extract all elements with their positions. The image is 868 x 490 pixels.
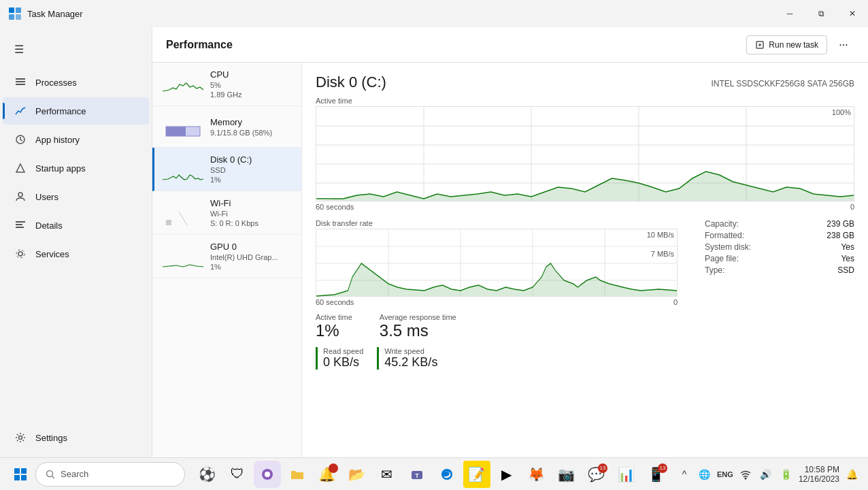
edge-icon <box>439 467 454 482</box>
tray-wifi[interactable] <box>737 466 754 483</box>
svg-rect-2 <box>9 14 14 20</box>
sidebar-item-startup-apps[interactable]: Startup apps <box>3 154 149 182</box>
taskbar-app-explorer[interactable] <box>284 461 311 488</box>
more-options-button[interactable]: ··· <box>833 34 854 56</box>
app-icon <box>8 7 22 20</box>
clock[interactable]: 10:58 PM 12/16/2023 <box>799 465 839 484</box>
performance-layout: CPU 5% 1.89 GHz Memory 9 <box>152 63 868 457</box>
close-button[interactable]: ✕ <box>837 0 868 27</box>
svg-line-43 <box>52 476 55 478</box>
system-disk-value: Yes <box>841 242 854 252</box>
bottom-section: Disk transfer rate 10 MB/s 7 MB/s <box>316 216 854 370</box>
taskbar-app-teams[interactable]: T <box>403 461 431 488</box>
formatted-value: 238 GB <box>827 231 854 240</box>
capacity-value: 239 GB <box>827 219 854 229</box>
sidebar-item-performance[interactable]: Performance <box>3 97 149 125</box>
search-icon <box>46 470 55 479</box>
taskbar-app-phone[interactable]: 📱 13 <box>643 461 670 488</box>
taskbar-app-soccer[interactable]: ⚽ <box>194 461 221 488</box>
sidebar-item-app-history[interactable]: App history <box>3 126 149 153</box>
sidebar-item-services[interactable]: Services <box>3 240 149 267</box>
system-disk-label: System disk: <box>705 242 751 252</box>
svg-point-42 <box>47 470 53 476</box>
disk0-info: Disk 0 (C:) SSD 1% <box>210 154 293 184</box>
taskbar-app-chat[interactable]: 💬 13 <box>583 461 610 488</box>
tray-lang[interactable]: ENG <box>717 466 733 483</box>
tray-notification-bell[interactable]: 🔔 <box>844 466 860 483</box>
cpu-thumb <box>163 71 203 98</box>
chart2-max2: 7 MB/s <box>651 250 674 258</box>
services-icon <box>14 247 27 261</box>
svg-marker-8 <box>16 164 24 172</box>
disk0-name: Disk 0 (C:) <box>210 154 293 165</box>
taskbar-app-youtube[interactable]: ▶ <box>493 461 520 488</box>
svg-line-22 <box>179 212 187 225</box>
tray-chevron[interactable]: ^ <box>676 466 692 483</box>
page-title: Performance <box>166 39 233 51</box>
sidebar-item-details[interactable]: Details <box>3 212 149 239</box>
svg-rect-21 <box>166 220 171 225</box>
taskbar-app-instagram[interactable]: 📷 <box>553 461 580 488</box>
sidebar-label-settings: Settings <box>35 433 67 443</box>
device-item-disk0[interactable]: Disk 0 (C:) SSD 1% <box>152 148 301 191</box>
info-system-disk: System disk: Yes <box>705 242 854 252</box>
taskbar-app-paint[interactable] <box>254 461 281 488</box>
chart2-max1: 10 MB/s <box>647 231 674 239</box>
device-item-cpu[interactable]: CPU 5% 1.89 GHz <box>152 63 301 106</box>
svg-rect-1 <box>16 7 21 13</box>
svg-rect-3 <box>16 14 21 20</box>
info-capacity: Capacity: 239 GB <box>705 219 854 229</box>
wifi-sub2: S: 0 R: 0 Kbps <box>210 219 293 227</box>
svg-point-9 <box>18 193 22 197</box>
wifi-name: Wi-Fi <box>210 198 293 208</box>
device-item-wifi[interactable]: Wi-Fi Wi-Fi S: 0 R: 0 Kbps <box>152 191 301 235</box>
taskbar-app-mail[interactable]: ✉ <box>373 461 401 488</box>
window-controls: ─ ⧉ ✕ <box>774 0 868 27</box>
sidebar-label-details: Details <box>35 220 63 231</box>
taskbar-apps: ⚽ 🛡 🔔 📂 ✉ T <box>188 461 676 488</box>
maximize-button[interactable]: ⧉ <box>805 0 837 27</box>
info-type: Type: SSD <box>705 265 854 275</box>
chart2-time: 60 seconds <box>316 298 354 306</box>
minimize-button[interactable]: ─ <box>774 0 805 27</box>
svg-point-45 <box>265 472 270 477</box>
taskbar-app-edge[interactable] <box>433 461 461 488</box>
svg-rect-40 <box>14 475 20 480</box>
tray-network[interactable]: 🌐 <box>697 466 713 483</box>
svg-point-14 <box>16 250 24 258</box>
svg-rect-5 <box>16 81 25 82</box>
avg-response-value: 3.5 ms <box>380 321 456 340</box>
svg-rect-41 <box>21 475 27 480</box>
device-item-gpu0[interactable]: GPU 0 Intel(R) UHD Grap... 1% <box>152 235 301 278</box>
taskbar-app-notification[interactable]: 🔔 <box>314 461 341 488</box>
taskbar-app-shield[interactable]: 🛡 <box>224 461 251 488</box>
taskbar-app-files[interactable]: 📂 <box>344 461 371 488</box>
taskbar-app-sticky[interactable]: 📝 <box>463 461 490 488</box>
transfer-chart-section: Disk transfer rate 10 MB/s 7 MB/s <box>316 219 678 306</box>
sidebar-item-settings[interactable]: Settings <box>3 424 149 451</box>
chart1-time: 60 seconds <box>316 203 354 211</box>
search-bar[interactable]: Search <box>35 462 185 487</box>
read-speed-label: Read speed <box>323 347 363 355</box>
sidebar-nav: Processes Performance App history Startu… <box>0 68 152 268</box>
sidebar-label-app-history: App history <box>35 135 80 145</box>
sidebar: ☰ Processes Performance App history <box>0 27 152 457</box>
stats-row: Active time 1% Average response time 3.5… <box>316 313 678 340</box>
tray-battery[interactable]: 🔋 <box>778 466 795 483</box>
svg-text:T: T <box>415 472 419 479</box>
tray-volume[interactable]: 🔊 <box>758 466 774 483</box>
hamburger-button[interactable]: ☰ <box>5 35 33 63</box>
start-button[interactable] <box>8 462 33 487</box>
gpu-thumb <box>163 243 203 270</box>
run-new-task-button[interactable]: Run new task <box>746 35 827 54</box>
taskbar-app-chart[interactable]: 📊 <box>613 461 640 488</box>
device-item-memory[interactable]: Memory 9.1/15.8 GB (58%) <box>152 106 301 148</box>
sidebar-item-users[interactable]: Users <box>3 183 149 210</box>
taskbar-app-firefox[interactable]: 🦊 <box>523 461 550 488</box>
processes-icon <box>14 76 27 89</box>
type-label: Type: <box>705 265 724 275</box>
startup-icon <box>14 161 27 175</box>
gpu0-sub2: 1% <box>210 263 293 271</box>
type-value: SSD <box>837 265 854 275</box>
sidebar-item-processes[interactable]: Processes <box>3 69 149 96</box>
